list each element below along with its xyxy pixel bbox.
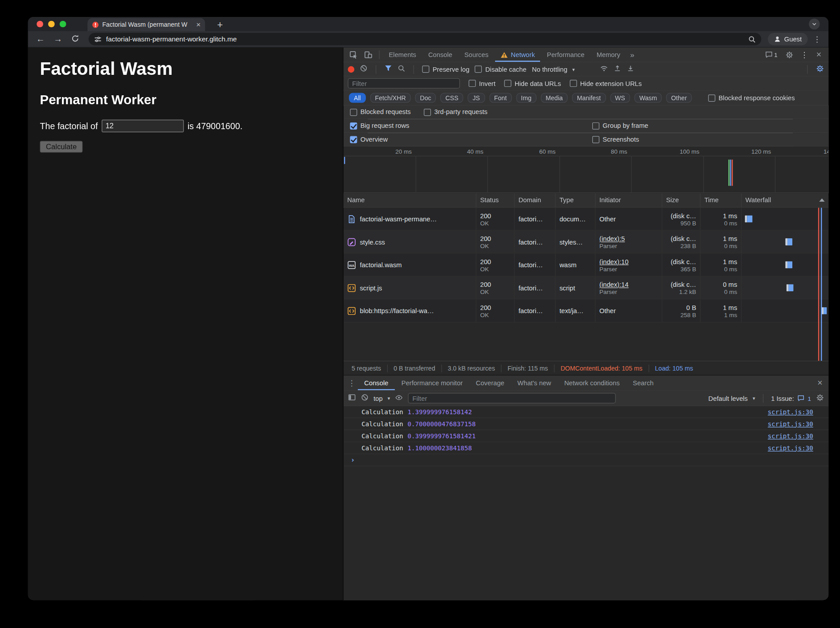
forward-button[interactable]: → xyxy=(51,35,65,44)
chip-img[interactable]: Img xyxy=(516,93,537,103)
new-tab-button[interactable]: + xyxy=(214,19,226,30)
drawer-tab-network-conditions[interactable]: Network conditions xyxy=(557,375,626,390)
console-eye-button[interactable] xyxy=(395,394,403,403)
chip-wasm[interactable]: Wasm xyxy=(635,93,662,103)
source-link[interactable]: script.js:30 xyxy=(768,408,813,416)
browser-menu-button[interactable]: ⋮ xyxy=(811,35,823,44)
console-context-select[interactable]: top▾ xyxy=(373,394,390,402)
issues-counter[interactable]: 1 xyxy=(762,51,780,58)
blocked-requests-checkbox[interactable]: Blocked requests xyxy=(350,108,410,116)
source-link[interactable]: script.js:30 xyxy=(768,432,813,440)
console-sidebar-button[interactable] xyxy=(348,394,356,403)
export-har-button[interactable] xyxy=(627,65,634,74)
site-settings-tune-icon[interactable] xyxy=(94,35,102,43)
drawer-close-button[interactable]: × xyxy=(814,378,827,388)
table-row-document[interactable]: factorial-wasm-permane… 200OK factori… d… xyxy=(344,208,829,231)
drawer-menu-button[interactable]: ⋮ xyxy=(346,379,358,387)
table-row-blob[interactable]: blob:https://factorial-wa… 200OK factori… xyxy=(344,300,829,323)
chip-manifest[interactable]: Manifest xyxy=(572,93,606,103)
chip-other[interactable]: Other xyxy=(666,93,692,103)
browser-tab[interactable]: Factorial Wasm (permanent W × xyxy=(87,18,205,31)
zoom-icon[interactable] xyxy=(748,35,756,43)
column-initiator[interactable]: Initiator xyxy=(595,193,662,207)
blocked-response-cookies-checkbox[interactable]: Blocked response cookies xyxy=(708,94,795,102)
console-issues-link[interactable]: 1 Issue: 1 xyxy=(771,394,811,402)
table-row-script[interactable]: script.js 200OK factori… script (index):… xyxy=(344,277,829,300)
minimize-window-button[interactable] xyxy=(48,21,55,28)
initiator-link[interactable]: (index):5 xyxy=(599,235,658,242)
tab-performance[interactable]: Performance xyxy=(541,48,590,62)
column-name[interactable]: Name xyxy=(344,193,476,207)
tab-sources[interactable]: Sources xyxy=(459,48,494,62)
network-overview-timeline[interactable]: 20 ms 40 ms 60 ms 80 ms 100 ms 120 ms 14… xyxy=(344,147,829,193)
close-window-button[interactable] xyxy=(37,21,43,28)
column-type[interactable]: Type xyxy=(556,193,596,207)
third-party-requests-checkbox[interactable]: 3rd-party requests xyxy=(424,108,488,116)
column-size[interactable]: Size xyxy=(662,193,701,207)
console-levels-select[interactable]: Default levels▾ xyxy=(709,394,755,402)
table-row-stylesheet[interactable]: style.css 200OK factori… styles… (index)… xyxy=(344,231,829,254)
hide-data-urls-checkbox[interactable]: Hide data URLs xyxy=(504,80,561,87)
preserve-log-checkbox[interactable]: Preserve log xyxy=(422,65,469,73)
big-request-rows-checkbox[interactable]: Big request rows xyxy=(350,122,409,130)
source-link[interactable]: script.js:30 xyxy=(768,444,813,452)
profile-badge[interactable]: Guest xyxy=(768,33,808,45)
screenshots-checkbox[interactable]: Screenshots xyxy=(592,135,639,143)
filter-toggle-button[interactable] xyxy=(385,65,392,74)
chip-fetch-xhr[interactable]: Fetch/XHR xyxy=(370,93,411,103)
chip-font[interactable]: Font xyxy=(489,93,512,103)
back-button[interactable]: ← xyxy=(33,35,48,44)
reload-button[interactable] xyxy=(68,34,82,44)
console-filter-input[interactable] xyxy=(408,393,616,403)
calculate-button[interactable]: Calculate xyxy=(40,141,83,153)
chip-js[interactable]: JS xyxy=(467,93,485,103)
chip-all[interactable]: All xyxy=(349,93,366,103)
disable-cache-checkbox[interactable]: Disable cache xyxy=(475,65,527,73)
overview-checkbox[interactable]: Overview xyxy=(350,135,388,143)
column-status[interactable]: Status xyxy=(476,193,515,207)
source-link[interactable]: script.js:30 xyxy=(768,420,813,428)
console-prompt[interactable]: › xyxy=(344,454,829,466)
network-settings-button[interactable] xyxy=(816,64,824,74)
console-settings-button[interactable] xyxy=(816,393,824,403)
drawer-tab-coverage[interactable]: Coverage xyxy=(469,375,511,390)
devtools-menu-button[interactable]: ⋮ xyxy=(798,50,810,59)
drawer-tab-performance-monitor[interactable]: Performance monitor xyxy=(395,375,469,390)
clear-button[interactable] xyxy=(360,65,367,74)
tab-elements[interactable]: Elements xyxy=(383,48,422,62)
drawer-tab-search[interactable]: Search xyxy=(626,375,660,390)
chip-doc[interactable]: Doc xyxy=(415,93,436,103)
tab-close-icon[interactable]: × xyxy=(196,21,201,29)
column-domain[interactable]: Domain xyxy=(515,193,556,207)
tab-network[interactable]: Network xyxy=(495,48,541,62)
factorial-input[interactable] xyxy=(102,120,184,132)
devtools-close-button[interactable]: × xyxy=(812,50,825,60)
hide-extension-urls-checkbox[interactable]: Hide extension URLs xyxy=(570,80,642,87)
network-filter-input[interactable] xyxy=(348,78,460,88)
drawer-tab-whats-new[interactable]: What's new xyxy=(511,375,557,390)
tab-console[interactable]: Console xyxy=(423,48,458,62)
chip-media[interactable]: Media xyxy=(541,93,568,103)
group-by-frame-checkbox[interactable]: Group by frame xyxy=(592,122,648,130)
column-waterfall[interactable]: Waterfall xyxy=(742,193,828,207)
throttling-select[interactable]: No throttling▾ xyxy=(532,65,575,73)
device-toolbar-button[interactable] xyxy=(361,48,375,62)
column-time[interactable]: Time xyxy=(701,193,742,207)
table-row-wasm[interactable]: WA factorial.wasm 200OK factori… wasm (i… xyxy=(344,253,829,277)
initiator-link[interactable]: (index):10 xyxy=(599,258,658,265)
invert-checkbox[interactable]: Invert xyxy=(469,80,496,87)
network-conditions-button[interactable] xyxy=(600,65,608,74)
tab-search-button[interactable] xyxy=(809,19,820,30)
console-clear-button[interactable] xyxy=(361,394,369,403)
more-tabs-button[interactable]: » xyxy=(627,50,638,59)
address-bar[interactable]: factorial-wasm-permanent-worker.glitch.m… xyxy=(89,33,761,45)
devtools-settings-button[interactable] xyxy=(783,51,796,59)
chip-css[interactable]: CSS xyxy=(440,93,463,103)
tab-memory[interactable]: Memory xyxy=(591,48,626,62)
inspect-element-button[interactable] xyxy=(347,48,361,62)
chip-ws[interactable]: WS xyxy=(610,93,630,103)
maximize-window-button[interactable] xyxy=(60,21,66,28)
drawer-tab-console[interactable]: Console xyxy=(358,375,395,390)
initiator-link[interactable]: (index):14 xyxy=(599,281,658,288)
record-button[interactable] xyxy=(348,66,354,73)
